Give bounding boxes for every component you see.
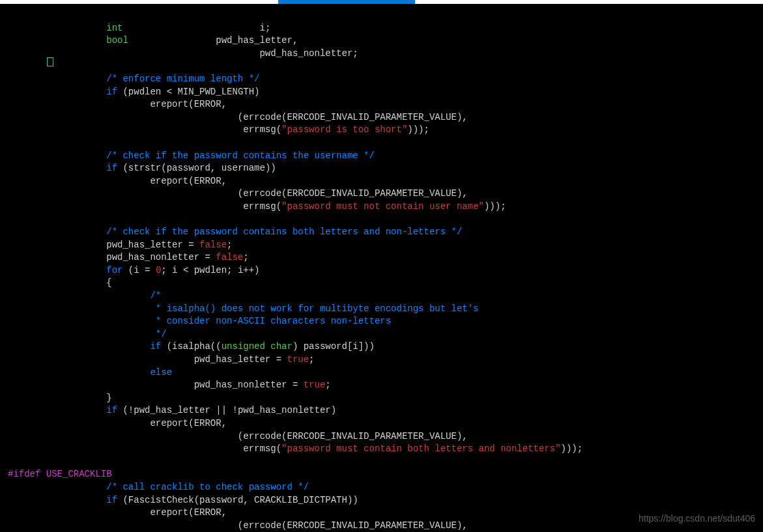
window-titlebar [0,0,763,4]
code-line: (errcode(ERRCODE_INVALID_PARAMETER_VALUE… [8,431,468,441]
code-line: if (pwdlen < MIN_PWD_LENGTH) [8,87,259,97]
code-line: } [8,393,112,403]
code-line: pwd_has_letter = true; [8,354,315,365]
keyword-type: bool [106,35,128,46]
comment: * isalpha() does not work for multibyte … [150,303,478,314]
code-line: (errcode(ERRCODE_INVALID_PARAMETER_VALUE… [8,520,468,531]
comment: /* call cracklib to check password */ [106,482,309,492]
code-line: pwd_has_nonletter = false; [8,252,249,262]
code-line: /* check if the password contains the us… [8,150,375,161]
keyword-else: else [150,367,172,378]
keyword-if: if [106,495,117,505]
string-literal: "password must contain both letters and … [281,443,560,454]
boolean-false: false [216,252,243,262]
code-line: (errcode(ERRCODE_INVALID_PARAMETER_VALUE… [8,188,468,199]
blank-line [8,456,13,467]
code-line: errmsg("password must not contain user n… [8,201,506,212]
boolean-true: true [304,380,326,390]
string-literal: "password must not contain user name" [281,201,484,212]
code-line: int i; [8,23,270,33]
code-line: (errcode(ERRCODE_INVALID_PARAMETER_VALUE… [8,112,468,122]
code-line: if (!pwd_has_letter || !pwd_has_nonlette… [8,405,336,415]
watermark-text: https://blog.csdn.net/sdut406 [639,512,755,525]
code-line: else [8,367,172,378]
blank-line [8,61,13,71]
code-line: /* call cracklib to check password */ [8,482,309,492]
blank-line [8,214,13,225]
code-line: errmsg("password is too short"))); [8,124,429,135]
comment: */ [150,329,166,339]
code-line: /* enforce minimum length */ [8,74,259,84]
code-line: bool pwd_has_letter, [8,35,298,46]
code-line: pwd_has_nonletter = true; [8,380,331,390]
code-line: if (strstr(password, username)) [8,163,276,173]
code-line: */ [8,329,167,339]
keyword-type: unsigned char [222,341,293,352]
code-line: for (i = 0; i < pwdlen; i++) [8,265,260,275]
code-line: if (FascistCheck(password, CRACKLIB_DICT… [8,495,358,505]
code-line: /* [8,290,161,301]
code-line: ereport(ERROR, [8,507,227,518]
comment: /* check if the password contains the us… [106,150,375,161]
code-line: if (isalpha((unsigned char) password[i])… [8,341,375,352]
code-line: ereport(ERROR, [8,176,227,186]
keyword-if: if [106,87,117,97]
active-tab-indicator[interactable] [278,0,415,4]
boolean-false: false [199,240,227,250]
code-line: ereport(ERROR, [8,418,227,428]
keyword-if: if [150,341,161,352]
preprocessor: #ifdef USE_CRACKLIB [8,469,112,479]
code-line: { [8,277,112,288]
code-line: pwd_has_nonletter; [8,48,358,59]
string-literal: "password is too short" [281,124,407,135]
keyword-type: int [106,23,122,33]
code-line: errmsg("password must contain both lette… [8,443,583,454]
comment: /* [150,290,161,301]
code-editor[interactable]: int i; bool pwd_has_letter, pwd_has_nonl… [8,9,583,532]
comment: /* enforce minimum length */ [106,74,259,84]
keyword-if: if [106,163,117,173]
code-line: pwd_has_letter = false; [8,240,232,250]
blank-line [8,137,13,148]
code-line: #ifdef USE_CRACKLIB [8,469,112,479]
keyword-if: if [106,405,117,415]
comment: /* check if the password contains both l… [106,227,462,237]
code-line: * consider non-ASCII characters non-lett… [8,316,391,326]
comment: * consider non-ASCII characters non-lett… [150,316,391,326]
keyword-for: for [106,265,122,275]
code-line: /* check if the password contains both l… [8,227,462,237]
boolean-true: true [287,354,309,365]
code-line: * isalpha() does not work for multibyte … [8,303,479,314]
code-line: ereport(ERROR, [8,99,227,109]
